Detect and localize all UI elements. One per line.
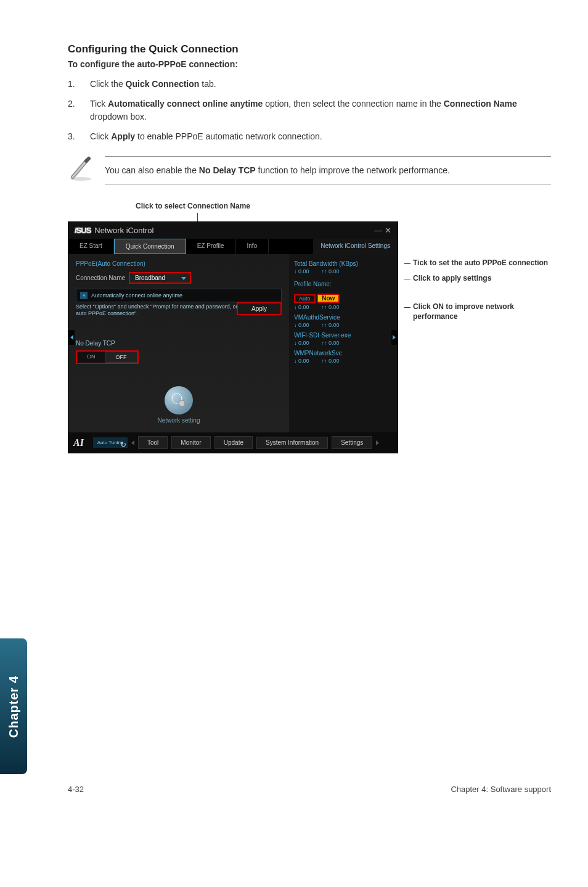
tab-ez-start[interactable]: EZ Start bbox=[68, 239, 114, 254]
auto-connect-label: Automatically connect online anytime bbox=[91, 292, 182, 299]
now-up: ↑↑ 0.00 bbox=[322, 304, 340, 310]
auto-connect-checkbox-row[interactable]: ▾ Automatically connect online anytime bbox=[76, 289, 282, 302]
step-text-part: dropdown box. bbox=[90, 112, 147, 122]
service-vmauthd: VMAuthdService bbox=[294, 314, 393, 321]
now-down: ↓ 0.00 bbox=[294, 304, 309, 310]
tab-ez-profile[interactable]: EZ Profile bbox=[186, 239, 236, 254]
network-setting-button[interactable]: Network setting bbox=[76, 386, 282, 424]
now-badge: Now bbox=[317, 294, 340, 303]
brand-logo: /SUS bbox=[75, 226, 91, 235]
callout-tick: Tick to set the auto PPPoE connection bbox=[404, 258, 551, 268]
footer-chapter: Chapter 4: Software support bbox=[451, 785, 551, 794]
tool-button[interactable]: Tool bbox=[138, 436, 168, 449]
apply-button[interactable]: Apply bbox=[237, 302, 282, 315]
step-number: 2. bbox=[68, 97, 90, 124]
step-text-part: option, then select the connection name … bbox=[263, 99, 443, 109]
page-number: 4-32 bbox=[68, 785, 84, 794]
panel-collapse-right-icon[interactable] bbox=[391, 330, 398, 345]
section-title: Configuring the Quick Connection bbox=[68, 43, 551, 56]
step-text-part: Click the bbox=[90, 79, 126, 89]
toggle-off[interactable]: OFF bbox=[105, 352, 137, 363]
callout-apply: Click to apply settings bbox=[404, 274, 551, 284]
service-wifi-sdi: WIFI-SDI-Server.exe bbox=[294, 332, 351, 339]
note-text-part: function to help improve the network per… bbox=[256, 165, 450, 175]
profile-value: Auto bbox=[294, 294, 316, 303]
monitor-button[interactable]: Monitor bbox=[171, 436, 210, 449]
step-text: Tick Automatically connect online anytim… bbox=[90, 97, 551, 124]
callouts: Tick to set the auto PPPoE connection Cl… bbox=[404, 221, 551, 328]
step-text-part: Tick bbox=[90, 99, 108, 109]
caption-connection-name: Click to select Connection Name bbox=[136, 202, 551, 210]
connection-name-select[interactable]: Broadband bbox=[129, 272, 191, 284]
step-text-part: to enable PPPoE automatic network connec… bbox=[135, 131, 322, 141]
tab-network-settings[interactable]: Network iControl Settings bbox=[313, 239, 398, 254]
steps-list: 1. Click the Quick Connection tab. 2. Ti… bbox=[68, 78, 551, 144]
step-bold: Automatically connect online anytime bbox=[108, 99, 263, 109]
next-icon[interactable] bbox=[376, 440, 379, 445]
title-bar: /SUS Network iControl — ✕ bbox=[68, 222, 398, 239]
ai-logo-icon: AI bbox=[73, 437, 89, 448]
auto-tuning-button[interactable]: Auto Tuning bbox=[93, 437, 128, 448]
svc2-up: ↑↑ 0.00 bbox=[322, 340, 340, 346]
step-text: Click the Quick Connection tab. bbox=[90, 78, 216, 91]
globe-gear-icon bbox=[165, 386, 193, 415]
svc3-up: ↑↑ 0.00 bbox=[322, 358, 340, 364]
toggle-on[interactable]: ON bbox=[77, 352, 105, 363]
step-bold: Connection Name bbox=[444, 99, 517, 109]
page-footer: 4-32 Chapter 4: Software support bbox=[0, 785, 588, 811]
screenshot-block: /SUS Network iControl — ✕ EZ Start Quick… bbox=[68, 221, 551, 453]
step-text: Click Apply to enable PPPoE automatic ne… bbox=[90, 130, 322, 144]
window-controls[interactable]: — ✕ bbox=[374, 226, 391, 235]
bandwidth-label: Total Bandwidth (KBps) bbox=[294, 260, 393, 267]
settings-button[interactable]: Settings bbox=[332, 436, 372, 449]
checkbox-icon[interactable]: ▾ bbox=[80, 292, 88, 299]
svc1-down: ↓ 0.00 bbox=[294, 322, 309, 328]
svc2-down: ↓ 0.00 bbox=[294, 340, 309, 346]
no-delay-label: No Delay TCP bbox=[76, 340, 282, 347]
no-delay-toggle[interactable]: ON OFF bbox=[76, 350, 139, 364]
window-title: Network iControl bbox=[94, 226, 153, 235]
profile-label: Profile Name: bbox=[294, 281, 393, 287]
service-wmpnetwork: WMPNetworkSvc bbox=[294, 350, 393, 357]
svc1-up: ↑↑ 0.00 bbox=[322, 322, 340, 328]
step-text-part: tab. bbox=[199, 79, 216, 89]
pppoe-label: PPPoE(Auto Connection) bbox=[76, 260, 282, 267]
svg-point-2 bbox=[179, 400, 185, 406]
callout-on: Click ON to improve network performance bbox=[404, 302, 551, 321]
svc3-down: ↓ 0.00 bbox=[294, 358, 309, 364]
prev-icon[interactable] bbox=[131, 440, 134, 445]
step-bold: Apply bbox=[111, 131, 135, 141]
note-text-part: You can also enable the bbox=[105, 165, 199, 175]
chapter-side-label: Chapter 4 bbox=[7, 675, 21, 738]
right-pane: Total Bandwidth (KBps) ↓ 0.00 ↑↑ 0.00 Pr… bbox=[289, 254, 398, 432]
update-button[interactable]: Update bbox=[214, 436, 253, 449]
bw-down: ↓ 0.00 bbox=[294, 268, 309, 274]
network-setting-label: Network setting bbox=[158, 417, 200, 424]
app-window: /SUS Network iControl — ✕ EZ Start Quick… bbox=[68, 221, 398, 453]
note-bold: No Delay TCP bbox=[199, 165, 256, 175]
primary-tabs: EZ Start Quick Connection EZ Profile Inf… bbox=[68, 239, 398, 254]
left-pane: PPPoE(Auto Connection) Connection Name B… bbox=[68, 254, 289, 432]
step-number: 1. bbox=[68, 78, 90, 91]
section-subhead: To configure the auto-PPPoE connection: bbox=[68, 59, 551, 69]
step-text-part: Click bbox=[90, 131, 111, 141]
system-info-button[interactable]: System Information bbox=[256, 437, 328, 449]
connection-name-label: Connection Name bbox=[76, 274, 125, 281]
chapter-side-tab: Chapter 4 bbox=[0, 638, 27, 774]
tab-quick-connection[interactable]: Quick Connection bbox=[114, 239, 186, 254]
step-bold: Quick Connection bbox=[126, 79, 200, 89]
bottom-bar: AI Auto Tuning Tool Monitor Update Syste… bbox=[68, 432, 398, 453]
note-icon bbox=[68, 156, 105, 184]
pointer-line bbox=[197, 213, 198, 221]
bw-up: ↑↑ 0.00 bbox=[322, 268, 340, 274]
tab-info[interactable]: Info bbox=[236, 239, 269, 254]
note-box: You can also enable the No Delay TCP fun… bbox=[105, 156, 551, 184]
step-number: 3. bbox=[68, 130, 90, 144]
